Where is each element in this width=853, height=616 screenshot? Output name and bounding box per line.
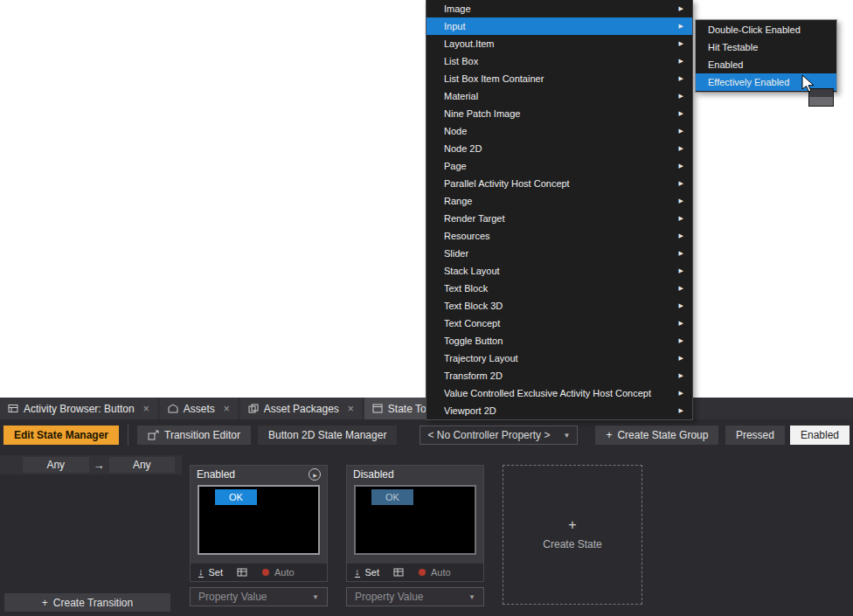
menu-item-nine-patch-image[interactable]: Nine Patch Image▶ (426, 105, 692, 122)
auto-record-dot[interactable] (262, 569, 269, 576)
menu-item-label: Text Block 3D (444, 301, 674, 311)
menu-item-label: Material (444, 91, 674, 101)
submenu-item-enabled[interactable]: Enabled (696, 56, 836, 73)
controller-property-value: < No Controller Property > (427, 429, 550, 441)
menu-item-text-block[interactable]: Text Block▶ (426, 280, 692, 297)
menu-item-label: Node 2D (444, 143, 674, 154)
submenu-item-hit-testable[interactable]: Hit Testable (696, 38, 836, 56)
menu-item-transform-2d[interactable]: Transform 2D▶ (426, 367, 692, 384)
submenu-arrow-icon: ▶ (679, 215, 683, 222)
assets-tab-icon (168, 404, 178, 413)
preview-ok-label: OK (229, 492, 243, 502)
controller-property-dropdown[interactable]: < No Controller Property > ▼ (420, 426, 578, 445)
transition-to-button[interactable]: Any (109, 457, 176, 473)
menu-item-label: Parallel Activity Host Concept (444, 178, 674, 189)
auto-toggle[interactable]: Auto (431, 567, 451, 578)
submenu-arrow-icon: ▶ (679, 407, 683, 414)
state-card-footer: ↓ Set Auto (347, 564, 483, 581)
auto-record-dot[interactable] (419, 569, 426, 576)
set-button[interactable]: Set (209, 567, 224, 578)
state-preview[interactable]: OK (354, 485, 476, 555)
menu-item-input[interactable]: Input▶ (426, 17, 692, 35)
state-tools-panel: Activity Browser: Button × Assets × Asse… (0, 398, 853, 616)
property-value-dropdown-enabled[interactable]: Property Value ▼ (190, 587, 328, 606)
enabled-state-button[interactable]: Enabled (790, 426, 850, 445)
menu-item-toggle-button[interactable]: Toggle Button▶ (426, 332, 692, 350)
submenu-arrow-icon: ▶ (679, 390, 683, 397)
create-state-group-label: Create State Group (617, 429, 708, 441)
menu-item-list-box[interactable]: List Box▶ (426, 52, 692, 70)
close-tab-icon[interactable]: × (143, 403, 149, 415)
record-properties-icon[interactable] (237, 567, 248, 578)
preview-ok-button: OK (371, 489, 413, 505)
state-card-enabled[interactable]: Enabled ▶ OK ↓ Set Auto (190, 465, 328, 582)
state-manager-title-label: Button 2D State Manager (268, 429, 386, 441)
submenu-item-label: Hit Testable (708, 42, 758, 52)
pressed-label: Pressed (736, 429, 774, 441)
menu-item-range[interactable]: Range▶ (426, 192, 692, 210)
submenu-arrow-icon: ▶ (679, 302, 683, 309)
plus-icon: + (606, 429, 612, 441)
state-card-disabled[interactable]: Disabled OK ↓ Set Auto (346, 465, 484, 582)
asset-packages-tab-icon (248, 404, 259, 413)
submenu-item-double-click-enabled[interactable]: Double-Click Enabled (696, 21, 836, 38)
transition-row[interactable]: Any → Any (0, 455, 182, 474)
state-tools-tab-icon (372, 404, 383, 413)
create-transition-button[interactable]: + Create Transition (4, 593, 170, 612)
create-state-button[interactable]: + Create State (503, 465, 642, 605)
menu-item-list-box-item-container[interactable]: List Box Item Container▶ (426, 70, 692, 87)
tab-activity-browser[interactable]: Activity Browser: Button × (0, 398, 157, 419)
submenu-arrow-icon: ▶ (679, 23, 683, 30)
menu-item-value-controlled-exclusive-activity-host-concept[interactable]: Value Controlled Exclusive Activity Host… (426, 384, 692, 402)
pressed-state-button[interactable]: Pressed (725, 426, 785, 445)
transition-from-button[interactable]: Any (23, 457, 89, 473)
state-card-footer: ↓ Set Auto (191, 564, 327, 581)
transition-to-label: Any (133, 459, 151, 471)
record-properties-icon[interactable] (393, 567, 405, 578)
menu-item-parallel-activity-host-concept[interactable]: Parallel Activity Host Concept▶ (426, 175, 692, 192)
menu-item-page[interactable]: Page▶ (426, 157, 692, 175)
menu-item-text-concept[interactable]: Text Concept▶ (426, 315, 692, 332)
preview-state-play-icon[interactable]: ▶ (309, 468, 321, 481)
menu-item-render-target[interactable]: Render Target▶ (426, 210, 692, 227)
menu-item-label: Trajectory Layout (444, 353, 674, 363)
submenu-arrow-icon: ▶ (679, 355, 683, 362)
menu-item-node-2d[interactable]: Node 2D▶ (426, 140, 692, 157)
menu-item-trajectory-layout[interactable]: Trajectory Layout▶ (426, 350, 692, 367)
tab-label: Assets (184, 403, 215, 415)
enabled-label: Enabled (801, 429, 839, 441)
state-manager-content: ▶ Any → Any + Create Transition Enabled … (0, 451, 853, 616)
state-preview[interactable]: OK (198, 485, 320, 555)
submenu-arrow-icon: ▶ (679, 337, 683, 344)
menu-item-resources[interactable]: Resources▶ (426, 227, 692, 245)
menu-item-stack-layout[interactable]: Stack Layout▶ (426, 262, 692, 280)
close-tab-icon[interactable]: × (348, 403, 354, 415)
state-manager-title[interactable]: Button 2D State Manager (258, 426, 397, 445)
edit-state-manager-button[interactable]: Edit State Manager (3, 426, 119, 445)
auto-toggle[interactable]: Auto (274, 567, 295, 578)
create-state-group-button[interactable]: + Create State Group (595, 426, 718, 445)
menu-item-material[interactable]: Material▶ (426, 87, 692, 105)
tab-asset-packages[interactable]: Asset Packages × (240, 398, 362, 419)
menu-item-label: Text Block (444, 283, 674, 294)
submenu-arrow-icon: ▶ (679, 75, 683, 82)
menu-item-viewport-2d[interactable]: Viewport 2D▶ (426, 402, 692, 419)
chevron-down-icon: ▼ (312, 593, 319, 601)
menu-item-image[interactable]: Image▶ (426, 0, 692, 17)
menu-item-text-block-3d[interactable]: Text Block 3D▶ (426, 297, 692, 315)
submenu-arrow-icon: ▶ (679, 163, 683, 170)
submenu-arrow-icon: ▶ (679, 232, 683, 239)
menu-item-layout-item[interactable]: Layout.Item▶ (426, 35, 692, 52)
chevron-down-icon: ▼ (563, 432, 570, 440)
transition-editor-button[interactable]: Transition Editor (137, 426, 251, 445)
property-value-dropdown-disabled[interactable]: Property Value ▼ (346, 587, 484, 606)
tab-assets[interactable]: Assets × (160, 398, 238, 419)
menu-item-node[interactable]: Node▶ (426, 122, 692, 140)
set-button[interactable]: Set (365, 567, 380, 578)
submenu-arrow-icon: ▶ (679, 320, 683, 327)
menu-item-label: Input (444, 21, 674, 31)
menu-item-label: Layout.Item (444, 38, 674, 49)
close-tab-icon[interactable]: × (224, 403, 230, 415)
menu-item-slider[interactable]: Slider▶ (426, 245, 692, 262)
preview-ok-label: OK (385, 492, 399, 502)
